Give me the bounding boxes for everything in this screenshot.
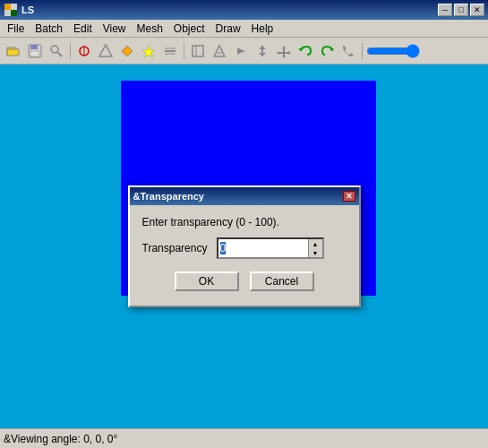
minimize-button[interactable]: ─	[438, 4, 452, 16]
svg-rect-0	[4, 4, 11, 10]
toolbar-btn-4[interactable]	[74, 41, 94, 61]
dialog-message: Enter transparency (0 - 100).	[142, 216, 347, 228]
input-wrapper: ▲ ▼	[217, 237, 324, 259]
svg-rect-3	[11, 10, 17, 16]
toolbar-slider[interactable]	[366, 44, 420, 58]
dialog-field: Transparency ▲ ▼	[142, 237, 347, 259]
svg-marker-21	[214, 46, 225, 56]
svg-marker-14	[122, 46, 133, 56]
toolbar-btn-5[interactable]	[96, 41, 116, 61]
transparency-input[interactable]	[218, 239, 308, 257]
dialog-overlay: &Transparency ✕ Enter transparency (0 - …	[128, 185, 361, 307]
menu-bar: File Batch Edit View Mesh Object Draw He…	[0, 20, 488, 38]
toolbar-open[interactable]	[4, 41, 23, 61]
svg-rect-5	[7, 49, 19, 56]
svg-marker-27	[298, 48, 304, 51]
svg-rect-8	[30, 51, 39, 56]
toolbar-btn-10[interactable]	[210, 41, 229, 61]
dialog-close-button[interactable]: ✕	[343, 191, 355, 202]
dialog-title-bar: &Transparency ✕	[130, 187, 359, 205]
svg-marker-26	[259, 53, 266, 56]
spin-buttons: ▲ ▼	[308, 239, 322, 257]
spin-down-button[interactable]: ▼	[309, 248, 322, 257]
toolbar-btn-8[interactable]	[160, 41, 180, 61]
maximize-button[interactable]: □	[454, 4, 468, 16]
toolbar-btn-9[interactable]	[188, 41, 208, 61]
menu-file[interactable]: File	[2, 21, 30, 37]
cancel-button[interactable]: Cancel	[250, 271, 314, 291]
transparency-label: Transparency	[142, 242, 210, 254]
transparency-dialog: &Transparency ✕ Enter transparency (0 - …	[128, 185, 361, 307]
main-area: &Transparency ✕ Enter transparency (0 - …	[0, 65, 488, 428]
svg-marker-13	[99, 45, 112, 56]
toolbar-sep-1	[70, 43, 71, 59]
menu-draw[interactable]: Draw	[210, 21, 246, 37]
title-bar: LS ─ □ ✕	[0, 0, 488, 20]
toolbar-sep-3	[362, 43, 363, 59]
status-bar: &Viewing angle: 0, 0, 0°	[0, 428, 488, 448]
svg-rect-19	[193, 46, 203, 56]
toolbar-btn-6[interactable]	[117, 41, 137, 61]
toolbar-zoom[interactable]	[47, 41, 66, 61]
menu-view[interactable]: View	[98, 21, 132, 37]
toolbar-sep-2	[184, 43, 184, 59]
spin-up-button[interactable]: ▲	[309, 239, 322, 248]
toolbar-btn-11[interactable]	[231, 41, 251, 61]
toolbar-btn-7[interactable]	[139, 41, 158, 61]
svg-point-9	[51, 46, 58, 53]
dialog-buttons: OK Cancel	[142, 271, 347, 295]
menu-edit[interactable]: Edit	[68, 21, 98, 37]
title-bar-controls: ─ □ ✕	[438, 4, 484, 16]
window-title: LS	[21, 4, 34, 15]
svg-rect-1	[11, 4, 17, 10]
menu-help[interactable]: Help	[246, 21, 279, 37]
toolbar-redo[interactable]	[317, 41, 337, 61]
svg-rect-7	[30, 45, 38, 49]
svg-marker-15	[142, 46, 155, 57]
toolbar-phone[interactable]	[338, 41, 358, 61]
app-icon	[4, 3, 18, 17]
menu-mesh[interactable]: Mesh	[132, 21, 168, 37]
toolbar-undo[interactable]	[295, 41, 315, 61]
svg-rect-2	[4, 10, 11, 16]
toolbar	[0, 38, 488, 65]
close-button[interactable]: ✕	[470, 4, 484, 16]
status-text: &Viewing angle: 0, 0, 0°	[4, 433, 117, 445]
title-bar-left: LS	[4, 3, 34, 17]
menu-batch[interactable]: Batch	[30, 21, 68, 37]
dialog-title: &Transparency	[133, 191, 204, 202]
menu-object[interactable]: Object	[168, 21, 210, 37]
dialog-body: Enter transparency (0 - 100). Transparen…	[130, 205, 359, 306]
toolbar-save[interactable]	[25, 41, 45, 61]
toolbar-btn-12[interactable]	[253, 41, 272, 61]
ok-button[interactable]: OK	[175, 271, 239, 291]
svg-marker-25	[259, 46, 266, 49]
svg-line-10	[57, 52, 62, 56]
toolbar-move[interactable]	[274, 41, 294, 61]
